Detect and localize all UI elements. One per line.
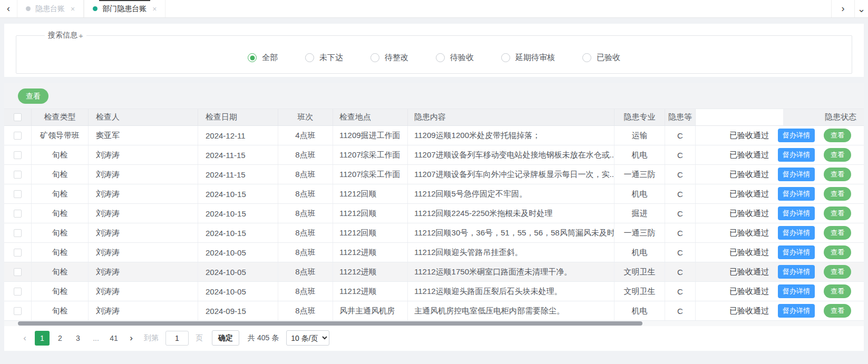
- header-check-type: 检查类型: [32, 109, 89, 125]
- page-number-1[interactable]: 1: [35, 331, 50, 346]
- page-unit-label: 页: [196, 333, 203, 343]
- radio-pending-accept[interactable]: 待验收: [436, 53, 474, 63]
- row-checkbox[interactable]: [14, 151, 22, 159]
- cell-date: 2024-12-11: [198, 126, 278, 145]
- row-view-button[interactable]: 查看: [824, 168, 851, 181]
- next-page-chevron-icon[interactable]: ›: [124, 331, 138, 346]
- row-view-button[interactable]: 查看: [824, 284, 851, 298]
- supervise-detail-button[interactable]: 督办详情: [778, 265, 815, 279]
- page-size-select[interactable]: 10 条/页: [286, 330, 329, 346]
- row-view-button[interactable]: 查看: [824, 148, 851, 162]
- table-row[interactable]: 旬检 刘涛涛 2024-11-15 8点班 11207综采工作面 11207进顺…: [4, 145, 864, 165]
- row-view-button[interactable]: 查看: [824, 226, 851, 240]
- row-view-button[interactable]: 查看: [824, 245, 851, 259]
- cell-specialty: 文明卫生: [615, 282, 665, 301]
- cell-status-actions: 已验收通过 督办详情 查看: [696, 243, 864, 262]
- table-toolbar: 查看: [4, 83, 864, 109]
- select-all-checkbox[interactable]: [14, 113, 22, 121]
- header-shift: 班次: [278, 109, 333, 125]
- table-row[interactable]: 旬检 刘涛涛 2024-10-15 8点班 11212回顺 11212回顺5号急…: [4, 184, 864, 204]
- cell-check-type: 旬检: [32, 243, 89, 262]
- row-checkbox[interactable]: [14, 288, 22, 296]
- row-checkbox[interactable]: [14, 229, 22, 237]
- supervise-detail-button[interactable]: 督办详情: [778, 129, 815, 142]
- cell-status-actions: 已验收通过 督办详情 查看: [696, 301, 864, 320]
- tab-status-dot: [26, 6, 31, 11]
- cell-inspector: 刘涛涛: [89, 184, 198, 203]
- supervise-detail-button[interactable]: 督办详情: [778, 304, 815, 318]
- radio-delay-pending-review[interactable]: 延期待审核: [501, 53, 555, 63]
- page-number-41[interactable]: 41: [106, 331, 121, 346]
- row-checkbox[interactable]: [14, 171, 22, 179]
- tabs-scroll-left-icon[interactable]: ‹: [0, 0, 17, 17]
- supervise-detail-button[interactable]: 督办详情: [778, 284, 815, 298]
- supervise-detail-button[interactable]: 督办详情: [778, 245, 815, 259]
- radio-circle-icon: [248, 53, 257, 62]
- cell-specialty: 机电: [615, 243, 665, 262]
- supervise-detail-button[interactable]: 督办详情: [778, 206, 815, 220]
- cell-level: C: [665, 145, 696, 164]
- expand-plus-icon[interactable]: +: [79, 31, 83, 40]
- tab-department-hidden-danger-ledger[interactable]: 部门隐患台账 ×: [84, 0, 165, 17]
- row-checkbox[interactable]: [14, 210, 22, 218]
- supervise-detail-button[interactable]: 督办详情: [778, 187, 815, 201]
- row-checkbox-cell: [4, 204, 32, 223]
- radio-pending-rectify[interactable]: 待整改: [370, 53, 408, 63]
- cell-check-type: 旬检: [32, 262, 89, 281]
- radio-accepted[interactable]: 已验收: [582, 53, 620, 63]
- horizontal-scrollbar[interactable]: [4, 321, 864, 326]
- cell-location: 11209掘进工作面: [333, 126, 408, 145]
- status-text: 已验收通过: [729, 170, 769, 180]
- cell-status-actions: 已验收通过 督办详情 查看: [696, 184, 864, 203]
- cell-location: 风井主通风机房: [333, 301, 408, 320]
- close-icon[interactable]: ×: [71, 5, 75, 13]
- cell-location: 11212进顺: [333, 262, 408, 281]
- header-inspector: 检查人: [89, 109, 198, 125]
- table-row[interactable]: 旬检 刘涛涛 2024-10-15 8点班 11212回顺 11212回顺224…: [4, 204, 864, 223]
- row-checkbox[interactable]: [14, 268, 22, 276]
- cell-content: 11212回顺30号，36号，51，55，56，58风筒漏风未及时...: [408, 223, 615, 242]
- cell-content: 11207进顺设备列车移动变电站处接地钢板未放在水仓或...: [408, 145, 615, 164]
- row-view-button[interactable]: 查看: [824, 206, 851, 220]
- row-checkbox[interactable]: [14, 132, 22, 140]
- table-row[interactable]: 旬检 刘涛涛 2024-10-05 8点班 11212进顺 11212回顺迎头管…: [4, 243, 864, 262]
- supervise-detail-button[interactable]: 督办详情: [778, 168, 815, 181]
- goto-page-input[interactable]: [165, 331, 189, 346]
- table-row[interactable]: 旬检 刘涛涛 2024-10-05 8点班 11212进顺 11212运顺迎头路…: [4, 282, 864, 301]
- page-number-3[interactable]: 3: [71, 331, 85, 346]
- table-row[interactable]: 旬检 刘涛涛 2024-11-15 8点班 11207综采工作面 11207进顺…: [4, 165, 864, 184]
- row-checkbox[interactable]: [14, 249, 22, 257]
- cell-specialty: 文明卫生: [615, 262, 665, 281]
- tabs-menu-chevron-down-icon[interactable]: ⌄: [854, 0, 868, 17]
- radio-label: 待验收: [450, 53, 474, 63]
- supervise-detail-button[interactable]: 督办详情: [778, 148, 815, 162]
- tab-hidden-danger-ledger[interactable]: 隐患台账 ×: [17, 0, 84, 17]
- radio-not-issued[interactable]: 未下达: [305, 53, 343, 63]
- tab-label: 部门隐患台账: [102, 4, 147, 14]
- row-checkbox[interactable]: [14, 307, 22, 315]
- search-legend[interactable]: 搜索信息 +: [45, 31, 86, 40]
- search-legend-label: 搜索信息: [48, 31, 77, 40]
- table-row[interactable]: 旬检 刘涛涛 2024-09-15 8点班 风井主通风机房 主通风机房控电室低压…: [4, 301, 864, 321]
- table-row[interactable]: 矿领导带班 窦亚军 2024-12-11 4点班 11209掘进工作面 1120…: [4, 126, 864, 145]
- close-icon[interactable]: ×: [152, 5, 157, 13]
- prev-page-chevron-icon[interactable]: ‹: [18, 331, 32, 346]
- radio-all[interactable]: 全部: [248, 53, 278, 63]
- cell-location: 11212回顺: [333, 184, 408, 203]
- supervise-detail-button[interactable]: 督办详情: [778, 226, 815, 240]
- row-checkbox[interactable]: [14, 190, 22, 198]
- table-row[interactable]: 旬检 刘涛涛 2024-10-05 8点班 11212进顺 11212运顺175…: [4, 262, 864, 282]
- cell-inspector: 刘涛涛: [89, 223, 198, 242]
- cell-check-type: 旬检: [32, 165, 89, 184]
- tabs-scroll-right-icon[interactable]: ›: [831, 0, 854, 17]
- row-view-button[interactable]: 查看: [824, 265, 851, 279]
- row-view-button[interactable]: 查看: [824, 304, 851, 318]
- horizontal-scrollbar-thumb[interactable]: [18, 321, 642, 326]
- cell-date: 2024-10-15: [198, 184, 278, 203]
- confirm-button[interactable]: 确定: [212, 330, 239, 346]
- row-view-button[interactable]: 查看: [824, 187, 851, 201]
- page-number-2[interactable]: 2: [53, 331, 67, 346]
- view-button[interactable]: 查看: [18, 88, 48, 104]
- row-view-button[interactable]: 查看: [824, 129, 851, 142]
- table-row[interactable]: 旬检 刘涛涛 2024-10-15 8点班 11212回顺 11212回顺30号…: [4, 223, 864, 243]
